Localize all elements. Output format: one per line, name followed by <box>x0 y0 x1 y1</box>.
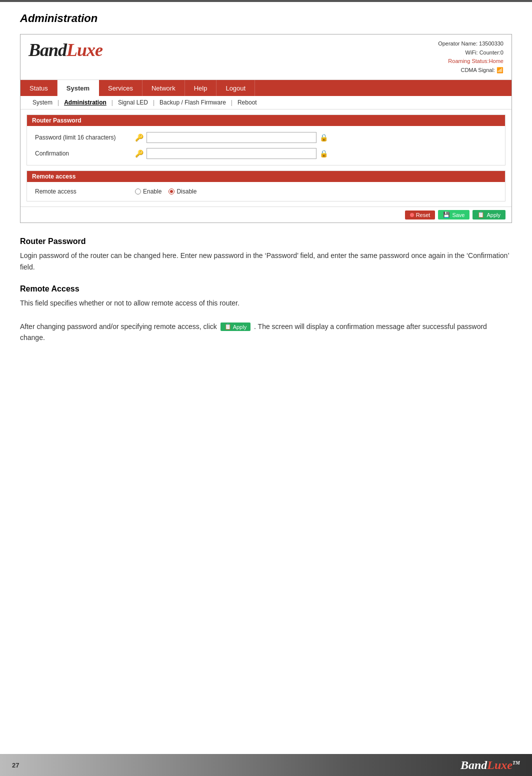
footer-brand: BandLuxeTM <box>460 758 520 772</box>
sub-nav: System | Administration | Signal LED | B… <box>20 96 512 110</box>
apply-label: Apply <box>486 212 500 218</box>
page-title: Administration <box>20 12 512 25</box>
remote-access-label: Remote access <box>35 188 135 195</box>
radio-enable-label: Enable <box>143 188 162 195</box>
remote-access-row: Remote access Enable Disable <box>35 188 497 195</box>
radio-disable[interactable]: Disable <box>168 188 196 195</box>
router-password-body: Password (limit 16 characters) 🔑 🔒 Confi… <box>27 126 505 165</box>
apply-inline-icon: 📋 <box>224 324 232 330</box>
footer-brand-band: Band <box>460 758 487 772</box>
doc-remote-access-text: This field specifies whether or not to a… <box>20 298 512 308</box>
key-icon-confirm: 🔑 <box>135 150 144 158</box>
subnav-backup[interactable]: Backup / Flash Firmware <box>156 99 230 106</box>
nav-bar: Status System Services Network Help Logo… <box>20 80 512 96</box>
signal-icon: 📶 <box>496 67 504 73</box>
brand-luxe: Luxe <box>66 40 102 60</box>
doc-apply-text: After changing password and/or specifyin… <box>20 321 512 344</box>
lock-icon-password: 🔒 <box>320 134 328 142</box>
save-button[interactable]: 💾 Save <box>438 210 470 220</box>
router-header: BandLuxe Operator Name: 13500330 WiFi: C… <box>20 34 512 80</box>
footer-bar: 27 BandLuxeTM <box>0 754 532 776</box>
subnav-sep3: | <box>153 99 154 106</box>
wifi-counter: WiFi: Counter:0 <box>438 48 504 58</box>
router-ui-panel: BandLuxe Operator Name: 13500330 WiFi: C… <box>20 34 512 223</box>
nav-help[interactable]: Help <box>185 80 217 96</box>
reset-label: Reset <box>416 212 430 218</box>
subnav-administration[interactable]: Administration <box>60 99 110 106</box>
brand-logo: BandLuxe <box>28 40 102 60</box>
remote-access-panel: Remote access Remote access Enable Disab… <box>26 170 506 202</box>
operator-name: Operator Name: 13500330 <box>438 40 504 48</box>
remote-access-header: Remote access <box>27 171 505 182</box>
footer-tm: TM <box>512 760 520 766</box>
radio-disable-label: Disable <box>176 188 196 195</box>
nav-services[interactable]: Services <box>99 80 142 96</box>
action-bar: Reset 💾 Save 📋 Apply <box>20 206 512 222</box>
subnav-system[interactable]: System <box>28 99 56 106</box>
nav-system[interactable]: System <box>58 80 99 96</box>
apply-icon: 📋 <box>478 212 484 218</box>
router-password-panel: Router Password Password (limit 16 chara… <box>26 114 506 166</box>
password-input[interactable] <box>146 132 316 143</box>
lock-icon-confirm: 🔒 <box>320 150 328 158</box>
doc-router-password-heading: Router Password <box>20 237 512 246</box>
confirmation-label: Confirmation <box>35 150 135 157</box>
nav-status[interactable]: Status <box>20 80 58 96</box>
subnav-signal-led[interactable]: Signal LED <box>114 99 152 106</box>
apply-inline-button[interactable]: 📋 Apply <box>220 322 251 331</box>
confirmation-input-wrap: 🔑 🔒 <box>135 148 328 159</box>
save-label: Save <box>452 212 464 218</box>
save-icon: 💾 <box>443 212 450 218</box>
radio-enable[interactable]: Enable <box>135 188 162 195</box>
remote-access-radio-group: Enable Disable <box>135 188 196 195</box>
brand-band: Band <box>28 40 66 60</box>
confirmation-row: Confirmation 🔑 🔒 <box>35 148 497 159</box>
radio-disable-btn[interactable] <box>168 188 174 194</box>
operator-info: Operator Name: 13500330 WiFi: Counter:0 … <box>438 40 504 74</box>
apply-inline-label: Apply <box>233 324 247 330</box>
router-password-header: Router Password <box>27 115 505 126</box>
password-label: Password (limit 16 characters) <box>35 134 135 141</box>
apply-button-ui[interactable]: 📋 Apply <box>472 210 506 220</box>
nav-logout[interactable]: Logout <box>216 80 255 96</box>
doc-remote-access: Remote Access This field specifies wheth… <box>20 284 512 308</box>
roaming-status: Roaming Status:Home <box>438 57 504 66</box>
footer-page-number: 27 <box>12 762 19 769</box>
doc-router-password: Router Password Login password of the ro… <box>20 237 512 272</box>
remote-access-body: Remote access Enable Disable <box>27 182 505 201</box>
confirmation-input[interactable] <box>146 148 316 159</box>
subnav-sep1: | <box>58 99 59 106</box>
nav-network[interactable]: Network <box>142 80 185 96</box>
apply-instruction-prefix: After changing password and/or specifyin… <box>20 322 217 330</box>
subnav-sep2: | <box>112 99 113 106</box>
subnav-sep4: | <box>231 99 232 106</box>
reset-button[interactable]: Reset <box>405 210 436 220</box>
doc-remote-access-heading: Remote Access <box>20 284 512 294</box>
cdma-signal: CDMA Signal: 📶 <box>438 66 504 75</box>
key-icon: 🔑 <box>135 134 144 142</box>
doc-apply-instruction: After changing password and/or specifyin… <box>20 321 512 344</box>
password-row: Password (limit 16 characters) 🔑 🔒 <box>35 132 497 143</box>
doc-router-password-text: Login password of the router can be chan… <box>20 250 512 272</box>
subnav-reboot[interactable]: Reboot <box>234 99 261 106</box>
radio-enable-btn[interactable] <box>135 188 141 194</box>
footer-brand-luxe: Luxe <box>487 758 512 772</box>
reset-dot-icon <box>410 213 414 217</box>
password-input-wrap: 🔑 🔒 <box>135 132 328 143</box>
